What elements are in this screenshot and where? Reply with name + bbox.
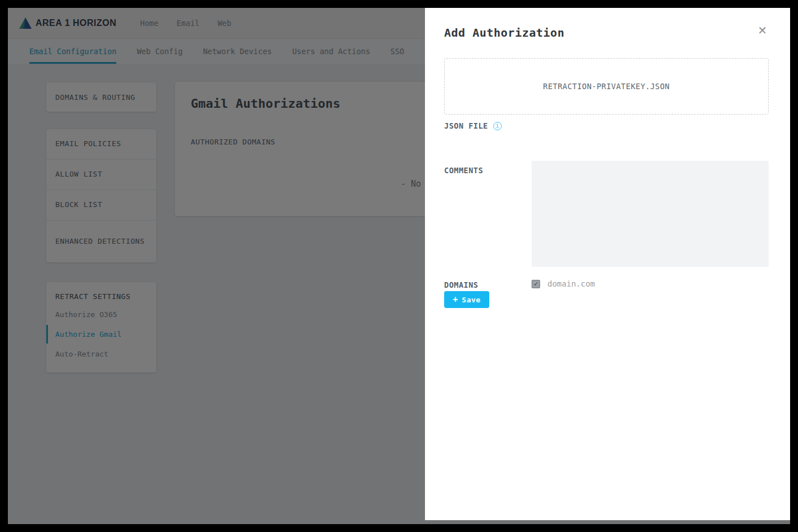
domain-option[interactable]: ✓ domain.com bbox=[532, 279, 595, 288]
domain-option-label: domain.com bbox=[547, 279, 595, 288]
app-screen: AREA 1 HORIZON Home Email Web Email Conf… bbox=[8, 8, 790, 524]
close-icon[interactable]: ✕ bbox=[754, 22, 771, 39]
save-button[interactable]: + Save bbox=[444, 291, 489, 308]
domains-label: DOMAINS bbox=[444, 280, 478, 289]
comments-label: COMMENTS bbox=[444, 166, 483, 175]
add-authorization-drawer: Add Authorization ✕ RETRACTION-PRIVATEKE… bbox=[425, 8, 790, 520]
plus-icon: + bbox=[453, 296, 458, 304]
save-button-label: Save bbox=[462, 296, 480, 304]
json-file-dropzone[interactable]: RETRACTION-PRIVATEKEY.JSON bbox=[444, 58, 769, 115]
domain-checkbox[interactable]: ✓ bbox=[532, 280, 540, 288]
comments-textarea[interactable] bbox=[532, 161, 769, 267]
json-file-label-row: JSON FILE i bbox=[444, 121, 502, 130]
drawer-title: Add Authorization bbox=[444, 26, 564, 39]
uploaded-filename: RETRACTION-PRIVATEKEY.JSON bbox=[543, 82, 669, 91]
info-icon[interactable]: i bbox=[493, 122, 502, 130]
json-file-label: JSON FILE bbox=[444, 121, 488, 130]
